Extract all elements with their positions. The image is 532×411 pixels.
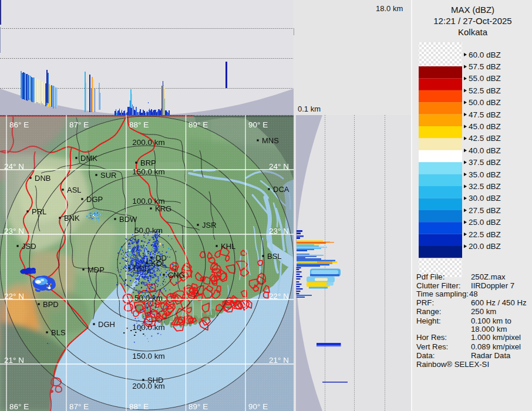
svg-text:50.0 km: 50.0 km — [134, 294, 163, 302]
svg-text:KRG: KRG — [155, 204, 171, 213]
svg-text:50.0 km: 50.0 km — [134, 226, 163, 235]
svg-text:37.5 dBZ: 37.5 dBZ — [469, 158, 501, 167]
svg-text:86° E: 86° E — [9, 120, 29, 129]
svg-text:DGP: DGP — [86, 195, 103, 204]
svg-text:50.0 dBZ: 50.0 dBZ — [469, 98, 501, 107]
svg-text:250Z.max: 250Z.max — [471, 272, 506, 281]
svg-text:BDW: BDW — [119, 215, 137, 224]
svg-text:1.000 km/pixel: 1.000 km/pixel — [471, 333, 521, 342]
svg-text:Pdf File:: Pdf File: — [416, 272, 445, 281]
svg-text:27.5 dBZ: 27.5 dBZ — [469, 206, 501, 215]
svg-text:22.5 dBZ: 22.5 dBZ — [469, 230, 501, 239]
svg-text:23° N: 23° N — [269, 227, 289, 235]
svg-text:32.5 dBZ: 32.5 dBZ — [469, 182, 501, 191]
svg-text:PRL: PRL — [32, 207, 46, 216]
svg-text:23° N: 23° N — [4, 227, 24, 235]
svg-text:Radar Data: Radar Data — [471, 351, 511, 360]
svg-text:MNS: MNS — [262, 136, 279, 145]
svg-text:Hor Res:: Hor Res: — [416, 333, 447, 342]
svg-text:SHD: SHD — [147, 376, 163, 385]
svg-text:200.0 km: 200.0 km — [132, 138, 165, 147]
svg-text:KHL: KHL — [221, 242, 235, 251]
svg-text:PRF:: PRF: — [416, 298, 434, 307]
svg-text:DNB: DNB — [35, 174, 50, 183]
svg-text:21° N: 21° N — [4, 356, 24, 365]
svg-text:90° E: 90° E — [248, 120, 268, 129]
svg-text:DGH: DGH — [98, 320, 115, 329]
svg-text:Rainbow® SELEX-SI: Rainbow® SELEX-SI — [416, 360, 489, 369]
svg-text:47.5 dBZ: 47.5 dBZ — [469, 110, 501, 119]
svg-text:42.5 dBZ: 42.5 dBZ — [469, 134, 501, 143]
svg-text:21° N: 21° N — [269, 356, 289, 365]
svg-text:25.0 dBZ: 25.0 dBZ — [469, 218, 501, 227]
svg-text:0.089 km/pixel: 0.089 km/pixel — [471, 342, 521, 351]
svg-text:IIRDoppler 7: IIRDoppler 7 — [471, 281, 514, 290]
svg-text:40.0 dBZ: 40.0 dBZ — [469, 146, 501, 155]
svg-text:JSR: JSR — [202, 221, 217, 230]
svg-text:SUR: SUR — [100, 171, 116, 180]
svg-text:Time sampling:: Time sampling: — [416, 289, 469, 298]
svg-text:BPD: BPD — [43, 300, 59, 309]
svg-text:22° N: 22° N — [269, 292, 289, 301]
svg-text:88° E: 88° E — [129, 120, 149, 129]
svg-text:UDD: UDD — [133, 264, 150, 273]
svg-text:30.0 dBZ: 30.0 dBZ — [469, 194, 501, 203]
svg-text:89° E: 89° E — [188, 402, 208, 411]
svg-text:150.0 km: 150.0 km — [132, 352, 165, 361]
svg-text:87° E: 87° E — [69, 402, 89, 411]
svg-text:DMK: DMK — [80, 154, 97, 163]
svg-text:DCA: DCA — [273, 185, 289, 194]
svg-text:600 Hz / 450 Hz: 600 Hz / 450 Hz — [471, 298, 527, 307]
svg-text:48: 48 — [469, 289, 478, 298]
svg-text:150.0 km: 150.0 km — [132, 167, 165, 176]
svg-text:22° N: 22° N — [4, 292, 24, 301]
svg-text:45.0 dBZ: 45.0 dBZ — [469, 122, 501, 131]
svg-text:89° E: 89° E — [188, 120, 208, 129]
svg-text:Height:: Height: — [416, 316, 441, 325]
svg-text:BLS: BLS — [51, 328, 66, 337]
svg-text:Data:: Data: — [416, 351, 435, 360]
svg-text:88° E: 88° E — [129, 402, 149, 411]
svg-text:90° E: 90° E — [248, 402, 268, 411]
svg-text:35.0 dBZ: 35.0 dBZ — [469, 170, 501, 179]
svg-text:CNG: CNG — [168, 271, 185, 279]
svg-text:Clutter Filter:: Clutter Filter: — [416, 281, 460, 290]
svg-text:JSD: JSD — [22, 242, 36, 251]
svg-text:Vert Res:: Vert Res: — [416, 342, 448, 351]
svg-text:57.5 dBZ: 57.5 dBZ — [469, 62, 501, 71]
svg-text:KOL: KOL — [151, 259, 166, 268]
svg-text:24° N: 24° N — [4, 162, 24, 171]
svg-text:ASL: ASL — [67, 186, 82, 194]
svg-text:BSL: BSL — [267, 252, 282, 261]
svg-text:Range:: Range: — [416, 307, 442, 316]
svg-text:BRP: BRP — [140, 159, 156, 167]
svg-text:24° N: 24° N — [269, 162, 289, 171]
svg-text:87° E: 87° E — [69, 120, 89, 129]
svg-text:MDP: MDP — [87, 265, 105, 274]
svg-text:250 km: 250 km — [471, 307, 496, 316]
svg-text:BNK: BNK — [64, 214, 80, 223]
svg-text:86° E: 86° E — [9, 402, 29, 411]
svg-text:52.5 dBZ: 52.5 dBZ — [469, 86, 501, 95]
svg-text:18.000 km: 18.000 km — [471, 325, 507, 333]
svg-text:60.0 dBZ: 60.0 dBZ — [469, 50, 501, 59]
svg-text:55.0 dBZ: 55.0 dBZ — [469, 74, 501, 83]
svg-text:0.100 km to: 0.100 km to — [471, 316, 511, 325]
svg-text:100.0 km: 100.0 km — [132, 323, 165, 332]
svg-text:20.0 dBZ: 20.0 dBZ — [469, 242, 501, 251]
